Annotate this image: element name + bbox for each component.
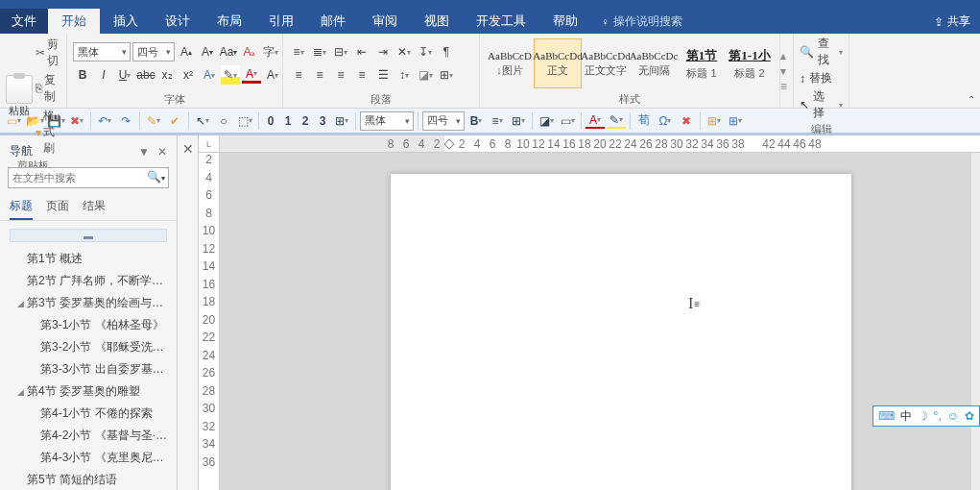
nav-close-icon[interactable]: ✕	[157, 145, 167, 159]
align-left-button[interactable]: ≡	[289, 65, 308, 85]
cut-button[interactable]: ✂剪切	[35, 36, 60, 70]
qat-circle[interactable]: ○	[214, 111, 233, 131]
nav-dropdown-icon[interactable]: ▼	[138, 145, 150, 159]
nav-item[interactable]: ◢第4节 委罗基奥的雕塑	[4, 380, 173, 403]
nav-item[interactable]: 第3-2小节 《耶稣受洗》-乌菲齐...	[4, 336, 173, 358]
tab-mailings[interactable]: 邮件	[307, 9, 359, 34]
distributed-button[interactable]: ☰	[373, 65, 393, 85]
bullets-button[interactable]: ≡	[289, 42, 308, 61]
nav-item[interactable]: 第3-3小节 出自委罗基奥工作室...	[4, 358, 173, 380]
qat-border[interactable]: ⊞	[509, 111, 528, 131]
nav-item[interactable]: 第4-3小节 《克里奥尼青铜骑马...	[4, 447, 173, 469]
style-4[interactable]: 第1节标题 1	[678, 38, 726, 88]
close-icon[interactable]: ✕	[182, 141, 194, 490]
numbering-button[interactable]: ≣	[310, 42, 329, 61]
tab-help[interactable]: 帮助	[539, 9, 591, 34]
nav-item[interactable]: 第4-1小节 不倦的探索	[4, 403, 173, 425]
outline-level-2[interactable]: 2	[298, 114, 313, 128]
tab-references[interactable]: 引用	[255, 9, 307, 34]
ime-moon-icon[interactable]: ☽	[918, 409, 928, 423]
clear-format-button[interactable]: 字	[261, 42, 280, 61]
asian-layout-button[interactable]: ✕	[394, 42, 414, 61]
qat-font-combo[interactable]: 黑体	[360, 111, 414, 131]
borders-button[interactable]: ⊞	[437, 65, 456, 85]
qat-table[interactable]: ⊞	[705, 111, 724, 131]
sort-button[interactable]: ↧	[416, 42, 435, 61]
change-case-button[interactable]: Aa▾	[219, 42, 238, 61]
qat-bold[interactable]: B	[466, 111, 486, 131]
outline-level-0[interactable]: 0	[263, 114, 278, 128]
tab-developer[interactable]: 开发工具	[463, 9, 539, 34]
tab-insert[interactable]: 插入	[100, 9, 152, 34]
nav-item[interactable]: 第1节 概述	[4, 248, 173, 270]
tab-review[interactable]: 审阅	[359, 9, 411, 34]
increase-font-button[interactable]: A▴	[177, 42, 196, 61]
ime-punct-icon[interactable]: °,	[934, 409, 942, 423]
increase-indent-button[interactable]: ⇥	[373, 42, 393, 61]
align-center-button[interactable]: ≡	[310, 65, 329, 85]
font-color-button[interactable]: A	[242, 67, 261, 84]
tab-home[interactable]: 开始	[48, 9, 100, 34]
ime-toolbar[interactable]: ⌨ 中 ☽ °, ☺ ✿	[872, 405, 980, 427]
vertical-scrollbar[interactable]	[971, 153, 980, 490]
nav-item[interactable]: 第5节 简短的结语	[4, 469, 173, 490]
qat-pointer[interactable]: ↖	[193, 111, 212, 131]
nav-tab-pages[interactable]: 页面	[46, 198, 69, 220]
enclose-char-button[interactable]: A	[263, 65, 282, 85]
qat-highlight3[interactable]: ✎	[607, 113, 626, 129]
find-button[interactable]: 🔍查找 ▾	[800, 36, 843, 68]
line-spacing-button[interactable]: ↕	[394, 65, 414, 85]
qat-undo[interactable]: ↶	[95, 111, 114, 131]
horizontal-ruler[interactable]: 8642 24681012141618202224262830323436384…	[220, 135, 980, 153]
select-button[interactable]: ↖选择 ▾	[800, 88, 843, 121]
decrease-font-button[interactable]: A▾	[198, 42, 217, 61]
first-line-indent-marker[interactable]	[443, 138, 454, 149]
ime-gear-icon[interactable]: ✿	[965, 409, 974, 423]
styles-row-up[interactable]: ▴	[780, 49, 793, 62]
outline-level-1[interactable]: 1	[280, 114, 296, 128]
qat-align[interactable]: ≡	[488, 111, 507, 131]
nav-search-input[interactable]	[8, 167, 169, 188]
subscript-button[interactable]: x₂	[157, 65, 177, 85]
font-size-combo[interactable]: 四号	[132, 42, 175, 61]
format-painter-button[interactable]: ▾格式刷	[35, 107, 60, 158]
qat-table2[interactable]: ⊞	[726, 111, 745, 131]
qat-size-combo[interactable]: 四号	[422, 111, 465, 131]
qat-fontcolor[interactable]: A	[586, 113, 605, 129]
search-icon[interactable]: 🔍▾	[147, 170, 165, 184]
tell-me-search[interactable]: ♀ 操作说明搜索	[591, 10, 692, 34]
vertical-ruler[interactable]: 24681012141618202224262830323436	[199, 153, 220, 490]
justify-button[interactable]: ≡	[352, 65, 371, 85]
tab-design[interactable]: 设计	[152, 9, 203, 34]
highlight-button[interactable]: ✎	[221, 65, 240, 85]
qat-delete[interactable]: ✖	[677, 111, 696, 131]
phonetic-guide-button[interactable]: Aₐ	[240, 42, 259, 61]
nav-item[interactable]: ◢第3节 委罗基奥的绘画与他的工作室	[4, 292, 173, 314]
collapse-ribbon-button[interactable]: ⌃	[965, 92, 978, 106]
ime-face-icon[interactable]: ☺	[947, 409, 959, 423]
show-marks-button[interactable]: ¶	[437, 42, 456, 61]
nav-jump-top[interactable]: ▬	[10, 229, 167, 242]
ime-keyboard-icon[interactable]: ⌨	[878, 409, 895, 423]
text-effects-button[interactable]: A	[200, 65, 219, 85]
copy-button[interactable]: ⎘复制	[35, 71, 60, 106]
paste-button[interactable]: 粘贴	[6, 75, 33, 118]
superscript-button[interactable]: x²	[179, 65, 198, 85]
underline-button[interactable]: U	[115, 65, 134, 85]
qat-symbol[interactable]: Ω	[656, 111, 675, 131]
style-5[interactable]: 第1-1小标题 2	[726, 38, 774, 88]
qat-highlight2[interactable]: ✎	[144, 111, 163, 131]
tab-view[interactable]: 视图	[411, 9, 463, 34]
qat-redo[interactable]: ↷	[116, 111, 135, 131]
ime-lang[interactable]: 中	[900, 408, 912, 425]
ruler-corner[interactable]: L	[199, 135, 220, 153]
nav-item[interactable]: 第3-1小节 《柏林圣母》	[4, 314, 173, 336]
style-0[interactable]: AaBbCcD↓图片	[486, 38, 534, 88]
outline-level-3[interactable]: 3	[315, 114, 330, 128]
nav-item[interactable]: 第4-2小节 《基督与圣·托马斯》	[4, 425, 173, 447]
share-button[interactable]: ⇪ 共享	[924, 10, 980, 34]
styles-row-down[interactable]: ▾	[780, 64, 793, 78]
nav-tab-results[interactable]: 结果	[83, 198, 106, 220]
style-1[interactable]: AaBbCcDd正文	[534, 38, 582, 88]
nav-item[interactable]: 第2节 广拜名师，不断学习完善自己	[4, 270, 173, 292]
